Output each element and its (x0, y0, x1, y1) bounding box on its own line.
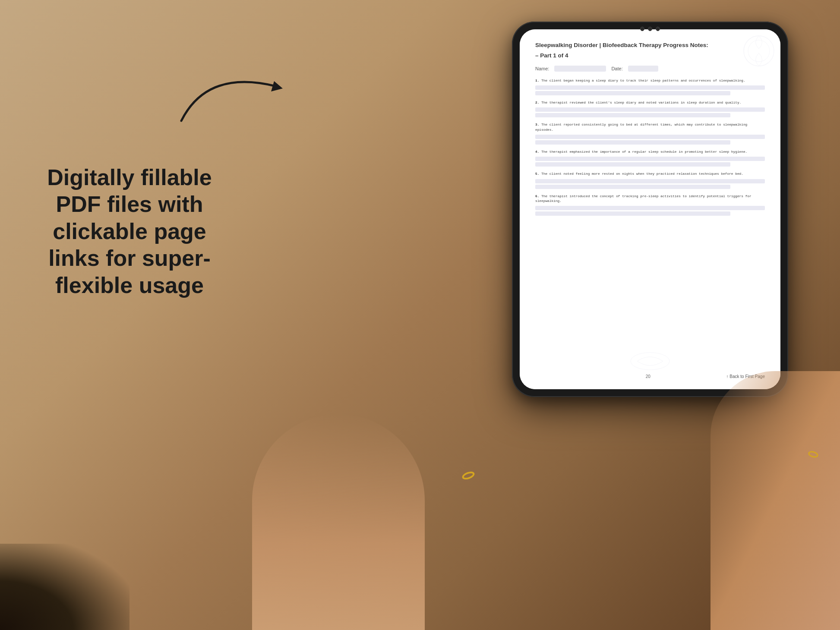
page-number: 20 (646, 374, 651, 379)
date-field[interactable] (628, 66, 658, 72)
input-line (535, 135, 765, 139)
camera-dot-2 (648, 27, 652, 31)
name-field[interactable] (554, 66, 606, 72)
pdf-footer: 20 ↑ Back to First Page (535, 371, 765, 379)
item-4-text: 4. The therapist emphasized the importan… (535, 150, 765, 154)
list-item: 3. The client reported consistently goin… (535, 123, 765, 145)
pdf-document: Sleepwalking Disorder | Biofeedback Ther… (520, 29, 780, 389)
input-line (535, 91, 730, 95)
pdf-title: Sleepwalking Disorder | Biofeedback Ther… (535, 41, 765, 50)
item-3-text: 3. The client reported consistently goin… (535, 123, 765, 132)
left-hand (252, 414, 425, 630)
input-line (535, 113, 730, 117)
pdf-subtitle: – Part 1 of 4 (535, 52, 765, 59)
item-5-lines (535, 179, 765, 189)
watermark-top (742, 34, 776, 68)
item-6-text: 6. The therapist introduced the concept … (535, 194, 765, 204)
tablet-frame: Sleepwalking Disorder | Biofeedback Ther… (512, 22, 788, 397)
list-item: 6. The therapist introduced the concept … (535, 194, 765, 216)
input-line (535, 162, 730, 167)
left-description: Digitally fillable PDF files with clicka… (26, 164, 233, 299)
item-6-lines (535, 206, 765, 216)
list-item: 4. The therapist emphasized the importan… (535, 150, 765, 167)
list-item: 5. The client noted feeling more rested … (535, 172, 765, 189)
input-line (535, 185, 730, 189)
input-line (535, 140, 730, 145)
input-line (535, 206, 765, 210)
camera-dot-3 (656, 27, 660, 31)
list-item: 1. The client began keeping a sleep diar… (535, 79, 765, 95)
input-line (535, 107, 765, 112)
input-line (535, 179, 765, 183)
item-4-lines (535, 157, 765, 167)
hair-decoration (0, 544, 129, 630)
date-label: Date: (611, 66, 622, 71)
item-1-text: 1. The client began keeping a sleep diar… (535, 79, 765, 83)
list-item: 2. The therapist reviewed the client's s… (535, 101, 765, 117)
camera-dot-1 (640, 27, 644, 31)
pdf-items-list: 1. The client began keeping a sleep diar… (535, 79, 765, 371)
tablet-screen: Sleepwalking Disorder | Biofeedback Ther… (520, 29, 780, 389)
input-line (535, 157, 765, 161)
item-2-text: 2. The therapist reviewed the client's s… (535, 101, 765, 105)
item-1-lines (535, 85, 765, 95)
name-label: Name: (535, 66, 549, 71)
item-5-text: 5. The client noted feeling more rested … (535, 172, 765, 176)
tablet: Sleepwalking Disorder | Biofeedback Ther… (512, 22, 788, 397)
description-heading: Digitally fillable PDF files with clicka… (26, 164, 233, 299)
input-line (535, 211, 730, 216)
item-2-lines (535, 107, 765, 117)
curved-arrow (164, 52, 302, 138)
svg-marker-0 (271, 81, 283, 91)
tablet-camera (640, 27, 660, 31)
right-hand (711, 371, 840, 630)
input-line (535, 85, 765, 90)
pdf-fields-row: Name: Date: (535, 66, 765, 72)
item-3-lines (535, 135, 765, 145)
